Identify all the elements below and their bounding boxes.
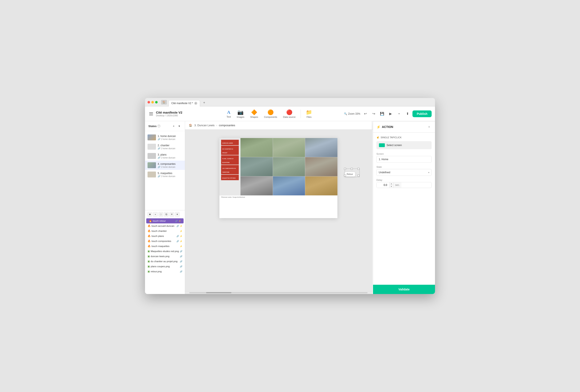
- photo-img-4: [241, 157, 273, 176]
- layer-right-touch-chantier: ⚡: [180, 230, 182, 232]
- maximize-window-btn[interactable]: [155, 101, 158, 104]
- layer-action-3[interactable]: □: [158, 212, 163, 217]
- layer-name-duncan-img: duncan lewis.png: [151, 255, 179, 258]
- layer-plans-img[interactable]: ▣ plans coupes.png 🔗: [145, 264, 185, 269]
- tab-close-btn[interactable]: ×: [194, 102, 197, 105]
- tool-components[interactable]: 🟠 Components: [262, 108, 280, 120]
- layer-touch-composantes[interactable]: 🔥 touch composntes 🔗 ⚡: [145, 239, 185, 244]
- nav-item-composantes[interactable]: LES COMPOSANTES DU TERRITOIRE: [221, 165, 239, 174]
- layer-duncan-img[interactable]: ▣ duncan lewis.png 🔗: [145, 254, 185, 259]
- states-dropdown-btn[interactable]: ▾: [177, 124, 181, 128]
- state-item-3[interactable]: 3. plans 🔗 1 home duncan: [145, 151, 185, 161]
- nav-item-duncan[interactable]: DUNCAN LEWIS: [221, 140, 239, 145]
- delay-down-btn[interactable]: ▼: [390, 185, 393, 188]
- components-icon: 🟠: [268, 109, 274, 115]
- validate-button[interactable]: Validate: [373, 285, 435, 294]
- action-icon: ⚡: [178, 220, 181, 222]
- project-sub: Desktop / 1920x1080: [156, 114, 182, 117]
- play-btn[interactable]: ▶: [387, 111, 394, 117]
- layer-retour-img[interactable]: ▣ retour.png 🔗: [145, 269, 185, 274]
- link-icon: 🔗: [180, 270, 182, 273]
- close-window-btn[interactable]: [147, 101, 150, 104]
- layer-touch-accueil[interactable]: 🔥 touch accueil duncan 🔗 ⚡: [145, 223, 185, 229]
- state-item-1[interactable]: 1. home duncan 🔗 1 home duncan: [145, 133, 185, 142]
- states-help-icon[interactable]: ?: [157, 125, 160, 128]
- link-icon: 🔗: [180, 260, 182, 262]
- layer-touch-plans[interactable]: 🔥 touch plans 🔗 ⚡: [145, 234, 185, 239]
- image-icon: ▣: [147, 255, 150, 258]
- popup-close-btn[interactable]: ×: [427, 124, 432, 130]
- tool-files[interactable]: 📁 Files: [303, 108, 315, 120]
- states-add-btn[interactable]: +: [171, 124, 176, 128]
- active-tab[interactable]: Cité manifeste V2 * ×: [169, 100, 200, 107]
- state-item-2[interactable]: 2. chantier 🔗 1 home duncan: [145, 142, 185, 151]
- layer-more-btn[interactable]: ▾: [175, 212, 179, 217]
- nav-item-plans[interactable]: PLANS, COUPES ET ÉLEVATIONS: [221, 155, 239, 165]
- datasource-icon: 🔴: [286, 109, 292, 115]
- nav-item-maquettes[interactable]: MAQUETTES D'ÉTUDES: [221, 175, 239, 180]
- action-icon: ⚡: [180, 235, 182, 237]
- canvas-scroll[interactable]: DUNCAN LEWIS DU CHANTIER AU PROJET PLANS…: [185, 130, 372, 291]
- tool-components-label: Components: [264, 116, 277, 118]
- layer-name-touch-chantier: touch chantier: [151, 230, 179, 232]
- popup-screen-select-label: Select screen: [387, 144, 429, 147]
- popup-body: ☝ SINGLE TAP/CLICK Select screen Screen …: [373, 132, 435, 285]
- tool-shapes[interactable]: 🔶 Shapes: [248, 108, 261, 120]
- redo-btn[interactable]: ↪: [370, 111, 377, 117]
- breadcrumb-parent[interactable]: 3. Duncan Lewis: [194, 124, 215, 127]
- layer-touch-retour[interactable]: 🔥 touch retour 🔗 ⚡: [146, 218, 184, 223]
- photo-img-8: [273, 176, 305, 195]
- menu-btn[interactable]: [148, 111, 154, 117]
- layer-maquettes-img[interactable]: ▣ Maquettes etudes red.png 🔗: [145, 249, 185, 254]
- states-title-actions: + ▾: [171, 124, 181, 128]
- minimize-window-btn[interactable]: [151, 101, 154, 104]
- scrollbar-thumb[interactable]: [206, 292, 231, 293]
- share-btn[interactable]: ⬆: [404, 111, 411, 117]
- titlebar: 🏠 Cité manifeste V2 * × +: [145, 98, 435, 107]
- delay-input[interactable]: [377, 182, 389, 188]
- photo-img-5: [273, 157, 305, 176]
- delay-up-btn[interactable]: ▲: [390, 182, 393, 185]
- project-name: Cité manifeste V2: [156, 111, 182, 114]
- touch-icon: 🔥: [147, 235, 151, 238]
- nav-item-chantier[interactable]: DU CHANTIER AU PROJET: [221, 146, 239, 155]
- layer-name-touch-maquettes: touch maquettes: [151, 245, 179, 248]
- layer-delete-btn[interactable]: ✕: [169, 212, 174, 217]
- popup-title: ⚡ ACTION: [376, 125, 393, 129]
- state-name-1: 1. home duncan: [158, 135, 182, 138]
- popup-screen-select[interactable]: Select screen: [376, 141, 432, 149]
- new-tab-btn[interactable]: +: [202, 100, 207, 105]
- state-item-5[interactable]: 5. maquettes 🔗 1 home duncan: [145, 170, 185, 179]
- screen-field-value[interactable]: 1. Home: [376, 156, 432, 163]
- tool-text[interactable]: A Text: [224, 108, 233, 119]
- state-item-4[interactable]: 4. composantes 🔗 1 home duncan: [145, 161, 185, 170]
- tool-images[interactable]: 📷 Images: [234, 108, 247, 120]
- tool-datasource[interactable]: 🔴 Data source: [281, 108, 298, 120]
- layer-touch-chantier[interactable]: 🔥 touch chantier ⚡: [145, 229, 185, 234]
- link-icon: 🔗: [180, 250, 182, 253]
- states-title: States ?: [148, 125, 160, 128]
- layer-chantier-img[interactable]: ▣ du chantier au projet.png 🔗: [145, 259, 185, 264]
- publish-button[interactable]: Publish: [413, 111, 432, 117]
- horizontal-scrollbar[interactable]: [185, 291, 372, 294]
- undo-btn[interactable]: ↩: [362, 111, 369, 117]
- layer-name-plans-img: plans coupes.png: [151, 265, 179, 268]
- toolbar-left: Cité manifeste V2 Desktop / 1920x1080: [148, 111, 195, 117]
- layer-right-duncan-img: 🔗: [180, 255, 182, 258]
- breadcrumb-home-icon[interactable]: 🏠: [188, 123, 193, 128]
- save-btn[interactable]: 💾: [379, 111, 386, 117]
- zoom-control[interactable]: 🔍 Zoom 33%: [344, 112, 360, 115]
- link-icon: 🔗: [176, 225, 179, 227]
- action-icon: ⚡: [180, 245, 182, 248]
- layer-action-2[interactable]: ▪: [153, 212, 158, 217]
- toolbar-right: 🔍 Zoom 33% ↩ ↪ 💾 ▶ ▾ ⬆ Publish: [344, 111, 432, 117]
- canvas-frame: DUNCAN LEWIS DU CHANTIER AU PROJET PLANS…: [219, 138, 337, 218]
- play-dropdown-btn[interactable]: ▾: [396, 111, 402, 117]
- popup-screen-icon: [379, 143, 385, 147]
- layer-action-1[interactable]: ■: [147, 212, 152, 217]
- state-field-dropdown[interactable]: Undefined ▾: [376, 169, 432, 176]
- layer-touch-maquettes[interactable]: 🔥 touch maquettes ⚡: [145, 244, 185, 249]
- tool-images-label: Images: [237, 116, 244, 118]
- layer-action-4[interactable]: ⧉: [164, 212, 169, 217]
- home-btn[interactable]: 🏠: [161, 100, 167, 105]
